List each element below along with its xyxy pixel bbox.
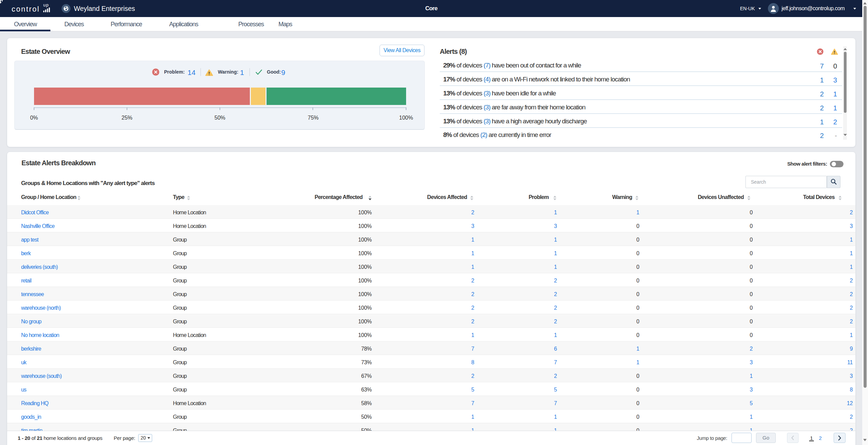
svg-text:up: up [43, 2, 49, 7]
svg-text:control: control [12, 5, 40, 13]
